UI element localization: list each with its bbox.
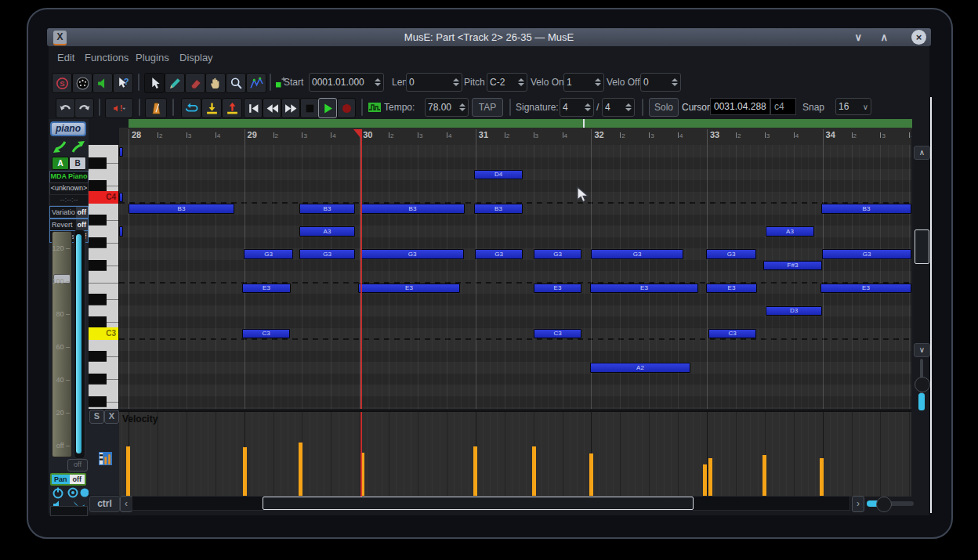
c4-key[interactable]: C4 [89,191,118,204]
midi-note[interactable]: E3 [590,284,698,294]
vscroll-thumb[interactable] [915,229,929,264]
punch-in-button[interactable] [201,98,222,118]
black-key[interactable] [89,157,107,169]
sig-num-field-spinner[interactable] [585,103,591,111]
field-velo_on-spinner[interactable] [595,78,601,86]
velocity-bar[interactable] [820,458,824,497]
pencil-tool-button[interactable] [165,73,185,93]
sig-den-field[interactable]: 4 [602,98,635,117]
midi-note[interactable]: B3 [360,204,465,214]
power-icon[interactable] [52,486,64,499]
velocity-bar[interactable] [703,464,707,497]
velocity-bar[interactable] [126,446,130,497]
field-velo_on[interactable]: 1 [563,73,604,92]
field-pitch[interactable]: C-2 [487,73,527,92]
tempo-field-spinner[interactable] [459,103,465,111]
hscroll-thumb[interactable] [263,497,694,510]
midi-note[interactable]: D4 [474,170,523,180]
midi-note[interactable]: A3 [766,226,814,237]
midi-note-fragment[interactable] [119,226,123,237]
timeline-ruler[interactable]: 28234292343023431234322343323434234 [119,128,911,146]
record-button[interactable] [337,98,356,118]
snap-dropdown[interactable]: 16∨ [835,98,871,115]
black-key[interactable] [89,237,107,249]
velocity-bar[interactable] [473,446,477,497]
midi-note[interactable]: E3 [534,284,581,294]
velocity-bar[interactable] [532,446,536,497]
stop-button[interactable] [300,98,319,118]
sig-den-field-spinner[interactable] [625,103,632,111]
midi-note[interactable]: G3 [822,249,911,259]
field-start-spinner[interactable] [375,78,381,86]
velocity-bar[interactable] [589,453,593,497]
midi-note[interactable]: B3 [821,204,911,214]
black-key[interactable] [89,316,107,328]
metronome-button[interactable] [145,98,167,118]
black-key[interactable] [89,260,107,272]
select-tool-button[interactable] [144,73,165,93]
next-part-icon[interactable] [71,139,86,154]
black-key[interactable] [89,215,107,226]
midi-note[interactable]: B3 [129,204,234,214]
s-badge-button[interactable]: S [52,73,72,93]
velocity-bar[interactable] [243,447,247,497]
skip-start-button[interactable] [244,98,263,118]
field-len-spinner[interactable] [453,78,459,86]
send-row-revert[interactable]: Revertoff [49,219,89,231]
keyboard-x-button[interactable]: X [104,410,119,424]
tap-button[interactable]: TAP [472,98,503,117]
patch-name[interactable]: <unknown> [49,182,89,195]
field-velo_off-spinner[interactable] [672,78,678,86]
hzoom-knob[interactable] [876,497,892,512]
draw-tool-button[interactable] [246,73,266,93]
field-velo_off[interactable]: 0 [640,73,681,92]
menu-edit[interactable]: Edit [57,46,74,69]
forward-button[interactable] [281,98,300,118]
vzoom-fill[interactable] [918,393,925,410]
play-button[interactable] [318,98,337,118]
field-len[interactable]: 0 [406,73,462,92]
vzoom-knob[interactable] [915,377,930,392]
midi-note-fragment[interactable] [119,193,123,203]
splitter-line[interactable] [930,97,932,513]
black-key[interactable] [89,294,107,305]
midi-note[interactable]: D3 [766,306,822,316]
scale-handle[interactable] [53,274,71,284]
midi-note[interactable]: A2 [590,363,690,373]
midi-note[interactable]: C3 [242,329,290,339]
pianoroll-canvas[interactable]: D4B3B3B3B3B3A3A3G3G3G3G3G3G3G3G3F#3E3E3E… [119,145,911,409]
velocity-bar[interactable] [762,455,766,497]
sig-num-field[interactable]: 4 [560,98,594,117]
midi-plug-button[interactable] [72,73,92,93]
titlebar[interactable]: X MusE: Part <Track 2> 26-35 — MusE ∨ ∧ … [47,28,931,46]
velocity-pane[interactable]: Velocity [119,410,911,497]
speaker-button[interactable] [92,73,113,93]
whats-this-button[interactable]: ? [113,73,133,93]
vscroll-up-icon[interactable]: ∧ [914,146,930,160]
part-b-button[interactable]: B [69,157,86,170]
record-enable-icon[interactable] [67,486,79,499]
keyboard-solo-button[interactable]: S [89,410,104,424]
redo-button[interactable] [74,98,94,118]
panic-button[interactable]: ! [105,98,133,118]
velocity-bar[interactable] [299,443,302,497]
midi-note[interactable]: C3 [534,329,581,339]
rewind-button[interactable] [263,98,281,118]
send-row-variatio[interactable]: Variatiooff [49,206,89,219]
menu-display[interactable]: Display [179,46,213,69]
midi-note[interactable]: E3 [242,284,291,294]
pan-control[interactable]: Pan off [50,473,86,486]
instrument-name[interactable]: MDA Piano [49,171,89,183]
controller-icon[interactable] [99,452,112,465]
off-button[interactable]: off [67,459,88,471]
midi-note[interactable]: G3 [591,249,683,259]
undo-button[interactable] [56,98,75,118]
midi-note[interactable]: C3 [708,329,756,339]
velocity-bar[interactable] [708,458,712,497]
velocity-scale-track[interactable] [52,231,72,457]
pan-tool-button[interactable] [205,73,226,93]
midi-note[interactable]: G3 [534,249,581,259]
c3-key[interactable]: C3 [89,327,118,340]
punch-out-button[interactable] [222,98,242,118]
midi-note[interactable]: E3 [358,284,460,294]
